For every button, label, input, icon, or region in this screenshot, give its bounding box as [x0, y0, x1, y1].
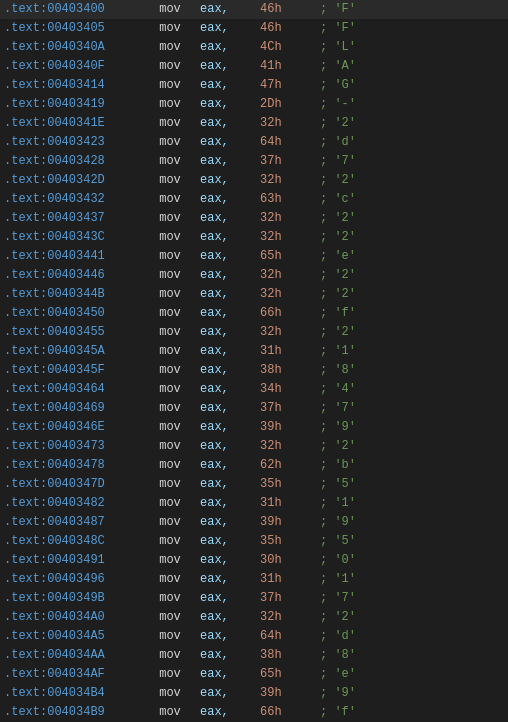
- mnemonic-cell: mov: [140, 475, 200, 494]
- hex-cell: 39h: [260, 513, 320, 532]
- address-cell: .text:00403419: [0, 95, 140, 114]
- table-row[interactable]: .text:00403473 mov eax, 32h ; '2': [0, 437, 508, 456]
- table-row[interactable]: .text:00403419 mov eax, 2Dh ; '-': [0, 95, 508, 114]
- table-row[interactable]: .text:00403482 mov eax, 31h ; '1': [0, 494, 508, 513]
- mnemonic-cell: mov: [140, 19, 200, 38]
- table-row[interactable]: .text:00403487 mov eax, 39h ; '9': [0, 513, 508, 532]
- register-cell: eax,: [200, 133, 260, 152]
- table-row[interactable]: .text:00403478 mov eax, 62h ; 'b': [0, 456, 508, 475]
- address-cell: .text:0040340A: [0, 38, 140, 57]
- register-cell: eax,: [200, 380, 260, 399]
- table-row[interactable]: .text:00403414 mov eax, 47h ; 'G': [0, 76, 508, 95]
- mnemonic-cell: mov: [140, 646, 200, 665]
- table-row[interactable]: .text:00403450 mov eax, 66h ; 'f': [0, 304, 508, 323]
- register-cell: eax,: [200, 684, 260, 703]
- table-row[interactable]: .text:004034AA mov eax, 38h ; '8': [0, 646, 508, 665]
- register-cell: eax,: [200, 19, 260, 38]
- register-cell: eax,: [200, 95, 260, 114]
- mnemonic-cell: mov: [140, 589, 200, 608]
- comment-cell: ; '2': [320, 437, 508, 456]
- table-row[interactable]: .text:00403428 mov eax, 37h ; '7': [0, 152, 508, 171]
- table-row[interactable]: .text:0040341E mov eax, 32h ; '2': [0, 114, 508, 133]
- comment-cell: ; '2': [320, 114, 508, 133]
- comment-cell: ; 'L': [320, 38, 508, 57]
- register-cell: eax,: [200, 342, 260, 361]
- mnemonic-cell: mov: [140, 608, 200, 627]
- hex-cell: 37h: [260, 399, 320, 418]
- register-cell: eax,: [200, 57, 260, 76]
- mnemonic-cell: mov: [140, 38, 200, 57]
- comment-cell: ; '7': [320, 589, 508, 608]
- table-row[interactable]: .text:00403441 mov eax, 65h ; 'e': [0, 247, 508, 266]
- comment-cell: ; '9': [320, 418, 508, 437]
- comment-cell: ; 'G': [320, 76, 508, 95]
- hex-cell: 66h: [260, 304, 320, 323]
- table-row[interactable]: .text:00403469 mov eax, 37h ; '7': [0, 399, 508, 418]
- comment-cell: ; 'e': [320, 665, 508, 684]
- table-row[interactable]: .text:0040340F mov eax, 41h ; 'A': [0, 57, 508, 76]
- mnemonic-cell: mov: [140, 399, 200, 418]
- register-cell: eax,: [200, 551, 260, 570]
- mnemonic-cell: mov: [140, 266, 200, 285]
- address-cell: .text:00403482: [0, 494, 140, 513]
- comment-cell: ; '2': [320, 323, 508, 342]
- table-row[interactable]: .text:00403400 mov eax, 46h ; 'F': [0, 0, 508, 19]
- table-row[interactable]: .text:004034AF mov eax, 65h ; 'e': [0, 665, 508, 684]
- register-cell: eax,: [200, 665, 260, 684]
- table-row[interactable]: .text:00403446 mov eax, 32h ; '2': [0, 266, 508, 285]
- table-row[interactable]: .text:0040345F mov eax, 38h ; '8': [0, 361, 508, 380]
- table-row[interactable]: .text:00403405 mov eax, 46h ; 'F': [0, 19, 508, 38]
- table-row[interactable]: .text:0040346E mov eax, 39h ; '9': [0, 418, 508, 437]
- register-cell: eax,: [200, 418, 260, 437]
- table-row[interactable]: .text:0040347D mov eax, 35h ; '5': [0, 475, 508, 494]
- table-row[interactable]: .text:004034A5 mov eax, 64h ; 'd': [0, 627, 508, 646]
- table-row[interactable]: .text:004034A0 mov eax, 32h ; '2': [0, 608, 508, 627]
- address-cell: .text:00403473: [0, 437, 140, 456]
- mnemonic-cell: mov: [140, 114, 200, 133]
- table-row[interactable]: .text:0040342D mov eax, 32h ; '2': [0, 171, 508, 190]
- mnemonic-cell: mov: [140, 570, 200, 589]
- address-cell: .text:00403423: [0, 133, 140, 152]
- mnemonic-cell: mov: [140, 627, 200, 646]
- register-cell: eax,: [200, 608, 260, 627]
- mnemonic-cell: mov: [140, 304, 200, 323]
- comment-cell: ; '7': [320, 399, 508, 418]
- table-row[interactable]: .text:0040340A mov eax, 4Ch ; 'L': [0, 38, 508, 57]
- comment-cell: ; '0': [320, 551, 508, 570]
- table-row[interactable]: .text:0040349B mov eax, 37h ; '7': [0, 589, 508, 608]
- table-row[interactable]: .text:0040343C mov eax, 32h ; '2': [0, 228, 508, 247]
- mnemonic-cell: mov: [140, 665, 200, 684]
- mnemonic-cell: mov: [140, 437, 200, 456]
- table-row[interactable]: .text:0040345A mov eax, 31h ; '1': [0, 342, 508, 361]
- mnemonic-cell: mov: [140, 152, 200, 171]
- table-row[interactable]: .text:004034B4 mov eax, 39h ; '9': [0, 684, 508, 703]
- hex-cell: 31h: [260, 494, 320, 513]
- comment-cell: ; '1': [320, 342, 508, 361]
- address-cell: .text:0040342D: [0, 171, 140, 190]
- table-row[interactable]: .text:00403437 mov eax, 32h ; '2': [0, 209, 508, 228]
- table-row[interactable]: .text:00403496 mov eax, 31h ; '1': [0, 570, 508, 589]
- hex-cell: 35h: [260, 475, 320, 494]
- table-row[interactable]: .text:00403491 mov eax, 30h ; '0': [0, 551, 508, 570]
- address-cell: .text:00403428: [0, 152, 140, 171]
- mnemonic-cell: mov: [140, 0, 200, 19]
- table-row[interactable]: .text:00403423 mov eax, 64h ; 'd': [0, 133, 508, 152]
- address-cell: .text:0040349B: [0, 589, 140, 608]
- hex-cell: 66h: [260, 703, 320, 722]
- comment-cell: ; 'b': [320, 456, 508, 475]
- register-cell: eax,: [200, 171, 260, 190]
- address-cell: .text:00403432: [0, 190, 140, 209]
- mnemonic-cell: mov: [140, 456, 200, 475]
- table-row[interactable]: .text:00403455 mov eax, 32h ; '2': [0, 323, 508, 342]
- comment-cell: ; '9': [320, 513, 508, 532]
- address-cell: .text:0040345F: [0, 361, 140, 380]
- table-row[interactable]: .text:00403432 mov eax, 63h ; 'c': [0, 190, 508, 209]
- table-row[interactable]: .text:004034B9 mov eax, 66h ; 'f': [0, 703, 508, 722]
- table-row[interactable]: .text:00403464 mov eax, 34h ; '4': [0, 380, 508, 399]
- hex-cell: 31h: [260, 570, 320, 589]
- register-cell: eax,: [200, 475, 260, 494]
- register-cell: eax,: [200, 570, 260, 589]
- table-row[interactable]: .text:0040344B mov eax, 32h ; '2': [0, 285, 508, 304]
- address-cell: .text:00403491: [0, 551, 140, 570]
- table-row[interactable]: .text:0040348C mov eax, 35h ; '5': [0, 532, 508, 551]
